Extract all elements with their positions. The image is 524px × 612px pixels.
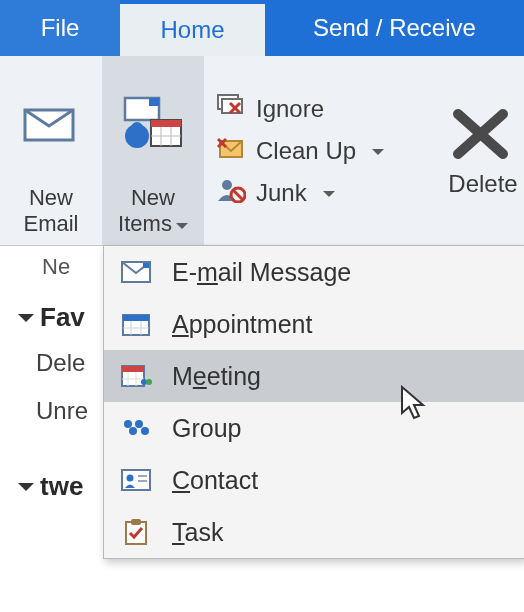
menu-item-email[interactable]: E-mail Message xyxy=(104,246,524,298)
new-email-button[interactable]: New Email xyxy=(0,56,102,245)
svg-point-36 xyxy=(124,420,132,428)
delete-icon xyxy=(448,104,518,170)
tab-home-label: Home xyxy=(160,16,224,44)
svg-point-17 xyxy=(222,180,232,190)
junk-icon xyxy=(216,177,246,209)
menu-item-meeting-label: Meeting xyxy=(172,362,261,391)
new-items-button[interactable]: New Items xyxy=(102,56,204,245)
meeting-icon xyxy=(118,360,154,392)
chevron-down-icon xyxy=(372,149,384,161)
envelope-icon xyxy=(118,256,154,288)
cleanup-button[interactable]: Clean Up xyxy=(216,135,384,167)
nav-item-unread-label: Unre xyxy=(36,397,88,424)
delete-button[interactable]: Delete xyxy=(442,56,524,245)
menu-item-contact[interactable]: Contact xyxy=(104,454,524,506)
menu-item-task[interactable]: Task xyxy=(104,506,524,558)
tab-file-label: File xyxy=(41,14,80,42)
svg-point-38 xyxy=(129,427,137,435)
task-icon xyxy=(118,516,154,548)
svg-point-37 xyxy=(135,420,143,428)
svg-rect-30 xyxy=(122,366,144,372)
svg-point-41 xyxy=(127,475,134,482)
svg-rect-23 xyxy=(143,263,149,268)
svg-point-35 xyxy=(146,379,152,385)
collapse-icon xyxy=(18,314,34,330)
nav-item-deleted-label: Dele xyxy=(36,349,85,376)
svg-point-39 xyxy=(141,427,149,435)
ignore-icon xyxy=(216,93,246,125)
svg-rect-2 xyxy=(149,98,159,106)
ignore-button[interactable]: Ignore xyxy=(216,93,384,125)
menu-item-email-label: E-mail Message xyxy=(172,258,351,287)
chevron-down-icon xyxy=(176,223,188,235)
new-items-menu: E-mail Message Appointment Meeting Group… xyxy=(103,245,524,559)
cleanup-label: Clean Up xyxy=(256,137,356,165)
menu-item-meeting[interactable]: Meeting xyxy=(104,350,524,402)
delete-label: Delete xyxy=(448,170,517,198)
contact-icon xyxy=(118,464,154,496)
svg-rect-6 xyxy=(151,120,181,127)
cleanup-icon xyxy=(216,135,246,167)
menu-item-contact-label: Contact xyxy=(172,466,258,495)
new-items-icon xyxy=(119,68,187,179)
group-icon xyxy=(118,412,154,444)
nav-group-favorites-label: Fav xyxy=(40,302,85,333)
tab-send-receive[interactable]: Send / Receive xyxy=(265,0,524,56)
tab-file[interactable]: File xyxy=(0,0,120,56)
menu-item-appointment-label: Appointment xyxy=(172,310,312,339)
svg-point-4 xyxy=(131,122,143,134)
menu-item-task-label: Task xyxy=(172,518,223,547)
collapse-icon xyxy=(18,483,34,499)
envelope-icon xyxy=(23,68,79,179)
svg-line-19 xyxy=(233,190,243,200)
new-items-label: New Items xyxy=(118,179,188,237)
nav-group-account-label: twe xyxy=(40,471,83,502)
junk-button[interactable]: Junk xyxy=(216,177,384,209)
menu-item-appointment[interactable]: Appointment xyxy=(104,298,524,350)
message-actions-group: Ignore Clean Up xyxy=(204,56,400,245)
junk-label: Junk xyxy=(256,179,307,207)
calendar-icon xyxy=(118,308,154,340)
chevron-down-icon xyxy=(323,191,335,203)
tab-home[interactable]: Home xyxy=(120,0,265,56)
tab-send-receive-label: Send / Receive xyxy=(313,14,476,42)
tab-strip: File Home Send / Receive xyxy=(0,0,524,56)
new-email-label: New Email xyxy=(23,179,78,237)
svg-rect-45 xyxy=(131,519,141,525)
menu-item-group-label: Group xyxy=(172,414,241,443)
ribbon: New Email New Items xyxy=(0,56,524,246)
ignore-label: Ignore xyxy=(256,95,324,123)
svg-rect-25 xyxy=(123,315,149,321)
menu-item-group[interactable]: Group xyxy=(104,402,524,454)
